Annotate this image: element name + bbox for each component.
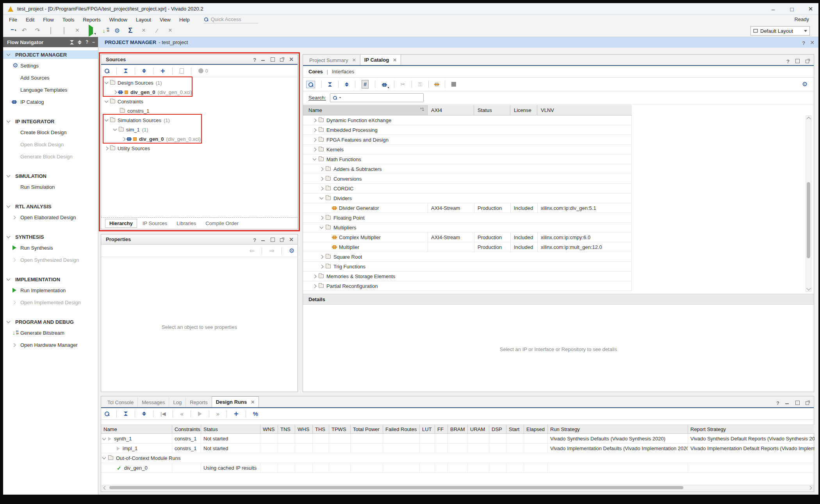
scroll-left-icon[interactable] (103, 486, 107, 490)
flownav-section-synthesis[interactable]: SYNTHESIS (3, 232, 98, 241)
scroll-down-icon[interactable] (806, 286, 811, 290)
ip-core-row[interactable]: Complex Multiplier AXI4-Stream Productio… (303, 232, 631, 242)
horizontal-scrollbar[interactable] (102, 485, 813, 490)
menu-reports[interactable]: Reports (78, 17, 105, 23)
flownav-item-open-block-design[interactable]: Open Block Design (3, 140, 98, 149)
menu-tools[interactable]: Tools (58, 17, 78, 23)
close-panel-icon[interactable]: ✕ (289, 57, 294, 62)
filter-icon[interactable]: # (362, 80, 369, 89)
run-group-row-ooc[interactable]: Out-of-Context Module Runs (101, 453, 815, 463)
ip-category-row[interactable]: Dynamic Function eXchange (303, 115, 631, 125)
column-elapsed[interactable]: Elapsed (524, 425, 548, 433)
tab-tcl-console[interactable]: Tcl Console (103, 397, 137, 407)
ip-category-row[interactable]: Conversions (303, 174, 631, 184)
close-button[interactable]: ✕ (803, 3, 818, 15)
ip-category-row[interactable]: Square Root (303, 252, 631, 262)
collapse-all-icon[interactable] (124, 69, 128, 73)
ip-category-row[interactable]: Memories & Storage Elements (303, 272, 631, 281)
maximize-panel-icon[interactable] (795, 59, 800, 63)
float-panel-icon[interactable] (280, 237, 284, 242)
paste-button[interactable] (60, 27, 68, 34)
column-tpws[interactable]: TPWS (329, 425, 351, 433)
menu-flow[interactable]: Flow (39, 17, 58, 23)
column-status[interactable]: Status (474, 105, 510, 115)
info-icon[interactable] (451, 82, 456, 87)
column-lut[interactable]: LUT (420, 425, 435, 433)
flownav-section-rtl-analysis[interactable]: RTL ANALYSIS (3, 202, 98, 211)
column-constraints[interactable]: Constraints (172, 425, 201, 433)
subtab-interfaces[interactable]: Interfaces (332, 69, 354, 75)
minimize-panel-icon[interactable] (785, 400, 790, 405)
help-icon[interactable]: ? (776, 400, 779, 405)
undo-button[interactable]: ↶ (20, 27, 28, 34)
back-arrow-icon[interactable]: ⇐ (250, 247, 255, 254)
properties-panel-header[interactable]: Properties ? ✕ (101, 234, 298, 245)
sources-panel-header[interactable]: Sources ? ✕ (101, 55, 298, 65)
expand-all-icon[interactable] (142, 412, 146, 416)
run-row-div-gen-0[interactable]: ✓div_gen_0 Using cached IP results (101, 463, 815, 473)
scroll-up-icon[interactable] (806, 117, 811, 121)
copy-button[interactable] (47, 27, 55, 34)
layout-selector[interactable]: Default Layout (750, 26, 810, 35)
tab-log[interactable]: Log (169, 397, 185, 407)
ip-category-row[interactable]: Dividers (303, 193, 631, 203)
help-icon[interactable]: ? (253, 57, 256, 62)
menu-edit[interactable]: Edit (21, 17, 39, 23)
flownav-item-open-elaborated-design[interactable]: Open Elaborated Design (3, 213, 98, 222)
menu-view[interactable]: View (155, 17, 175, 23)
close-panel-icon[interactable]: ✕ (289, 237, 294, 242)
cancel-button[interactable]: × (140, 27, 148, 34)
collapse-all-icon[interactable] (124, 412, 128, 416)
column-whs[interactable]: WHS (295, 425, 313, 433)
tab-project-summary[interactable]: Project Summary✕ (305, 55, 360, 65)
ip-category-row[interactable]: FPGA Features and Design (303, 135, 631, 145)
tab-design-runs[interactable]: Design Runs✕ (212, 396, 259, 407)
flownav-item-language-templates[interactable]: Language Templates (3, 85, 98, 94)
sum-report-button[interactable]: Σ (127, 27, 134, 35)
ip-category-row[interactable]: Floating Point (303, 213, 631, 223)
scrollbar-thumb[interactable] (807, 182, 810, 258)
report-disabled-icon[interactable] (180, 68, 184, 74)
settings-gear-button[interactable]: ⚙ (113, 27, 121, 34)
tree-row-sim-div-gen-0[interactable]: div_gen_0(div_gen_0.xci) (101, 134, 298, 144)
flownav-item-create-block-design[interactable]: Create Block Design (3, 128, 98, 137)
minimize-panel-icon[interactable] (261, 237, 266, 242)
close-tab-icon[interactable]: ✕ (251, 399, 255, 405)
maximize-panel-icon[interactable] (270, 237, 275, 242)
column-status[interactable]: Status (201, 425, 260, 433)
scroll-right-icon[interactable] (808, 486, 812, 490)
column-run-strategy[interactable]: Run Strategy (548, 425, 688, 433)
maximize-panel-icon[interactable] (795, 400, 800, 405)
ip-category-row[interactable]: Kernels (303, 145, 631, 154)
tree-row-constrs-1[interactable]: constrs_1 (101, 106, 298, 115)
ip-core-row[interactable]: Divider Generator AXI4-Stream Production… (303, 203, 631, 213)
maximize-button[interactable]: □ (784, 3, 800, 15)
abort-button[interactable]: × (166, 27, 174, 34)
run-row-synth-1[interactable]: synth_1 constrs_1 Not started Vivado Syn… (101, 434, 815, 444)
percent-icon[interactable]: % (253, 410, 258, 417)
ip-core-row[interactable]: Multiplier Production Included xilinx.co… (303, 242, 631, 252)
run-button[interactable] (87, 27, 94, 34)
column-vlnv[interactable]: VLNV (537, 105, 632, 115)
float-panel-icon[interactable] (805, 400, 810, 405)
column-name[interactable]: Name^1 (303, 105, 428, 115)
step-back-icon[interactable]: « (180, 410, 183, 417)
tab-messages[interactable]: Messages (137, 397, 169, 407)
menu-help[interactable]: Help (175, 17, 194, 23)
column-total-power[interactable]: Total Power (351, 425, 383, 433)
column-tns[interactable]: TNS (278, 425, 295, 433)
tree-row-div-gen-0[interactable]: div_gen_0(div_gen_0.xci) (101, 87, 298, 97)
search-icon[interactable] (104, 411, 109, 416)
help-icon[interactable]: ? (253, 237, 256, 242)
column-report-strategy[interactable]: Report Strategy (688, 425, 815, 433)
expand-all-icon[interactable] (345, 82, 349, 87)
generate-bitstream-button[interactable]: ↓ (100, 27, 108, 34)
edit-disabled-button[interactable]: ⁄ (153, 27, 161, 34)
flownav-item-generate-bitstream[interactable]: ↓Generate Bitstream (3, 328, 98, 337)
column-failed-routes[interactable]: Failed Routes (383, 425, 420, 433)
ip-category-row[interactable]: Multipliers (303, 223, 631, 232)
redo-button[interactable]: ↷ (34, 27, 41, 34)
gear-icon[interactable]: ⚙ (802, 81, 808, 87)
help-icon[interactable]: ? (86, 39, 88, 45)
step-forward-icon[interactable]: » (216, 410, 219, 417)
